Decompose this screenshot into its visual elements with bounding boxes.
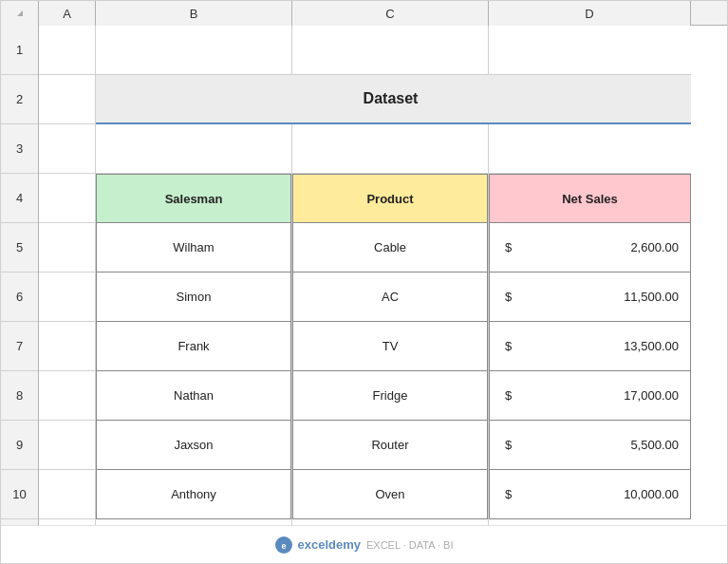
dollar-1: $ [501,290,512,304]
salesman-5: Anthony [171,487,216,501]
row-num-4: 4 [1,174,38,223]
col-header-a[interactable]: A [39,1,96,26]
cell-d9[interactable]: $ 5,500.00 [489,421,691,470]
product-5: Oven [375,487,404,501]
spreadsheet: A B C D 1 2 3 4 5 6 7 8 9 10 [0,0,728,564]
cell-b3[interactable] [96,124,291,174]
cell-c7[interactable]: TV [292,322,488,371]
dollar-5: $ [501,487,512,501]
product-2: TV [383,339,399,353]
footer: e exceldemy EXCEL · DATA · BI [1,525,727,563]
col-b: Dataset Salesman Wilham Simon Frank [96,26,292,525]
header-salesman[interactable]: Salesman [96,174,291,223]
salesman-1: Simon [177,290,212,304]
watermark: e exceldemy EXCEL · DATA · BI [275,536,454,554]
grid-body: 1 2 3 4 5 6 7 8 9 10 [1,26,727,525]
col-header-b[interactable]: B [96,1,292,26]
corner-cell [1,1,39,26]
cell-a7[interactable] [39,322,95,371]
cell-c5[interactable]: Cable [292,223,488,273]
row-numbers: 1 2 3 4 5 6 7 8 9 10 [1,26,39,525]
row-num-3: 3 [1,124,38,174]
cell-d7[interactable]: $ 13,500.00 [489,322,691,371]
cell-b5[interactable]: Wilham [96,223,291,273]
row-num-5: 5 [1,223,38,273]
cell-a5[interactable] [39,223,95,273]
cell-d3[interactable] [489,124,691,174]
cell-a6[interactable] [39,273,95,322]
header-product-label: Product [366,192,413,206]
amount-5: 10,000.00 [624,487,679,501]
dollar-0: $ [501,240,512,254]
product-0: Cable [374,240,406,254]
column-headers: A B C D [1,1,727,26]
cell-b6[interactable]: Simon [96,273,291,322]
dollar-4: $ [501,438,512,452]
cell-c6[interactable]: AC [292,273,488,322]
row-num-1: 1 [1,26,38,75]
cell-c3[interactable] [292,124,488,174]
col-a [39,26,96,525]
cell-b9[interactable]: Jaxson [96,421,291,470]
cell-a4[interactable] [39,174,95,223]
cell-d8[interactable]: $ 17,000.00 [489,371,691,421]
cell-a2[interactable] [39,75,95,124]
amount-3: 17,000.00 [624,388,679,403]
cell-c10[interactable]: Oven [292,470,488,519]
cell-b7[interactable]: Frank [96,322,291,371]
svg-text:e: e [281,541,286,551]
svg-marker-0 [17,10,23,16]
header-product[interactable]: Product [292,174,488,223]
col-header-d[interactable]: D [489,1,691,26]
cell-a3[interactable] [39,124,95,174]
amount-2: 13,500.00 [624,339,679,353]
row-num-6: 6 [1,273,38,322]
amount-0: 2,600.00 [630,240,679,254]
cell-d6[interactable]: $ 11,500.00 [489,273,691,322]
cell-d5[interactable]: $ 2,600.00 [489,223,691,273]
cell-c9[interactable]: Router [292,421,488,470]
amount-1: 11,500.00 [624,290,679,304]
grid-columns: Dataset Salesman Wilham Simon Frank [39,26,727,525]
row-num-2: 2 [1,75,38,124]
salesman-2: Frank [177,339,209,353]
cell-d10[interactable]: $ 10,000.00 [489,470,691,519]
cell-a1[interactable] [39,26,95,75]
product-1: AC [382,290,399,304]
watermark-subtext: EXCEL · DATA · BI [366,539,454,551]
cell-a10[interactable] [39,470,95,519]
cell-b1[interactable] [96,26,291,75]
dollar-3: $ [501,388,512,403]
watermark-icon: e [275,536,292,554]
amount-4: 5,500.00 [630,438,679,452]
salesman-3: Nathan [174,388,214,403]
product-3: Fridge [373,388,408,403]
row-num-8: 8 [1,371,38,421]
salesman-0: Wilham [173,240,214,254]
col-header-c[interactable]: C [292,1,489,26]
header-salesman-label: Salesman [165,192,223,206]
dataset-title-text: Dataset [102,90,680,107]
cell-b8[interactable]: Nathan [96,371,291,421]
cell-c1[interactable] [292,26,488,75]
header-netsales[interactable]: Net Sales [489,174,691,223]
watermark-brand: exceldemy [298,537,362,552]
cell-c8[interactable]: Fridge [292,371,488,421]
row-num-7: 7 [1,322,38,371]
product-4: Router [371,438,408,452]
row-num-9: 9 [1,421,38,470]
cell-a9[interactable] [39,421,95,470]
cell-a8[interactable] [39,371,95,421]
header-netsales-label: Net Sales [562,192,618,206]
salesman-4: Jaxson [174,438,213,452]
row-num-10: 10 [1,470,38,519]
cell-b10[interactable]: Anthony [96,470,291,519]
dataset-title[interactable]: Dataset [96,75,685,124]
dollar-2: $ [501,339,512,353]
cell-d1[interactable] [489,26,691,75]
